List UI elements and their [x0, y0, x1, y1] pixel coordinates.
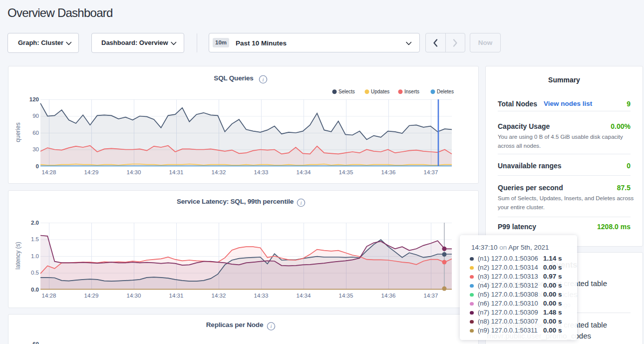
svg-text:i: i	[270, 323, 272, 329]
svg-text:i: i	[262, 76, 264, 82]
svg-text:i: i	[300, 200, 302, 206]
